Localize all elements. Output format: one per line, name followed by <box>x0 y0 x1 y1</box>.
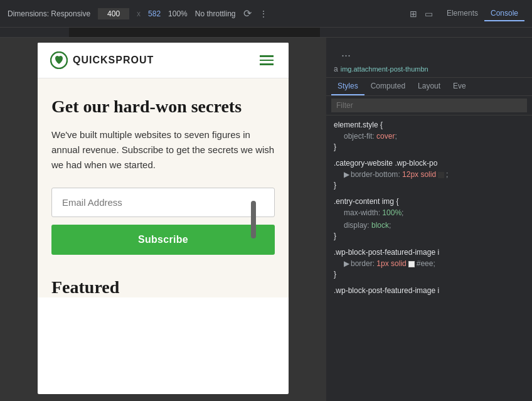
css-selector-3: .entry-content img { <box>334 197 524 206</box>
css-rule-entry-content: .entry-content img { max-width: 100%; di… <box>334 197 524 240</box>
css-close-brace-2: } <box>334 181 524 190</box>
tab-layout[interactable]: Layout <box>412 78 447 95</box>
filter-bar <box>326 96 532 115</box>
ruler-inner <box>69 28 320 37</box>
css-property-object-fit: object-fit: cover; <box>334 131 524 142</box>
css-selector-4: .wp-block-post-featured-image i <box>334 248 524 257</box>
inspect-icon[interactable]: ⊞ <box>410 9 417 19</box>
zoom-level[interactable]: 100% <box>168 9 188 18</box>
scrollbar-thumb[interactable] <box>251 201 256 238</box>
tab-computed[interactable]: Computed <box>364 78 412 95</box>
filter-input[interactable] <box>331 99 527 112</box>
panel-breadcrumb: a img.attachment-post-thumbn <box>334 65 524 73</box>
css-close-brace-1: } <box>334 142 524 151</box>
css-selector: element.style { <box>334 120 524 129</box>
css-property-border-bottom: ▶border-bottom: 12px solid; <box>334 169 524 181</box>
logo-area: QUICKSPROUT <box>50 51 154 69</box>
x-separator: x <box>137 9 141 18</box>
subscribe-button[interactable]: Subscribe <box>51 225 275 255</box>
hamburger-menu[interactable] <box>257 53 276 68</box>
css-rule-wp-block-2: .wp-block-post-featured-image i <box>334 286 524 295</box>
three-dots: ... <box>334 44 524 65</box>
css-rule-wp-block-1: .wp-block-post-featured-image i ▶border:… <box>334 248 524 279</box>
tab-styles[interactable]: Styles <box>331 78 364 95</box>
css-close-brace-3: } <box>334 232 524 240</box>
tab-console[interactable]: Console <box>484 6 524 21</box>
description: We've built multiple websites to seven f… <box>51 127 275 173</box>
css-property-border: ▶border: 1px solid#eee; <box>334 258 524 270</box>
scrollbar-track[interactable] <box>251 38 256 401</box>
featured-text: Featured <box>51 277 119 297</box>
hamburger-line-3 <box>260 63 274 65</box>
email-input[interactable] <box>51 188 275 217</box>
hamburger-line-2 <box>260 60 274 61</box>
breadcrumb-element[interactable]: img.attachment-post-thumbn <box>341 65 428 73</box>
devtools-panel: ... a img.attachment-post-thumbn Styles … <box>326 38 532 401</box>
css-property-max-width: max-width: 100%; <box>334 207 524 219</box>
device-icon[interactable]: ▭ <box>425 9 433 19</box>
css-rule-category-website: .category-website .wp-block-po ▶border-b… <box>334 159 524 190</box>
more-icon[interactable]: ⋮ <box>259 9 268 19</box>
browser-preview: QUICKSPROUT Get our hard-won secrets We'… <box>0 38 326 401</box>
main-area: QUICKSPROUT Get our hard-won secrets We'… <box>0 38 532 401</box>
ruler <box>0 28 532 38</box>
rotate-icon[interactable]: ⟳ <box>243 8 252 19</box>
breadcrumb-a[interactable]: a <box>334 65 338 73</box>
logo-text: QUICKSPROUT <box>73 55 154 66</box>
css-selector-5: .wp-block-post-featured-image i <box>334 286 524 295</box>
logo-icon <box>50 51 68 69</box>
css-panel: element.style { object-fit: cover; } .ca… <box>326 115 532 401</box>
throttle-label[interactable]: No throttling <box>195 9 236 18</box>
tab-event-listeners[interactable]: Eve <box>447 78 472 95</box>
devtools-tab-bar: Elements Console <box>440 6 524 21</box>
panel-breadcrumb-area: ... a img.attachment-post-thumbn <box>326 38 532 78</box>
css-close-brace-4: } <box>334 270 524 279</box>
panel-tabs: Styles Computed Layout Eve <box>326 78 532 96</box>
dimensions-label[interactable]: Dimensions: Responsive <box>8 9 90 18</box>
devtools-topbar: Dimensions: Responsive x 582 100% No thr… <box>0 0 532 28</box>
hamburger-line-1 <box>260 55 274 57</box>
tab-elements[interactable]: Elements <box>440 6 484 21</box>
css-property-display: display: block; <box>334 220 524 232</box>
viewport-height: 582 <box>148 9 161 18</box>
css-selector-2: .category-website .wp-block-po <box>334 159 524 168</box>
headline: Get our hard-won secrets <box>51 96 275 117</box>
viewport-width-input[interactable] <box>98 8 129 19</box>
css-rule-element-style: element.style { object-fit: cover; } <box>334 120 524 151</box>
